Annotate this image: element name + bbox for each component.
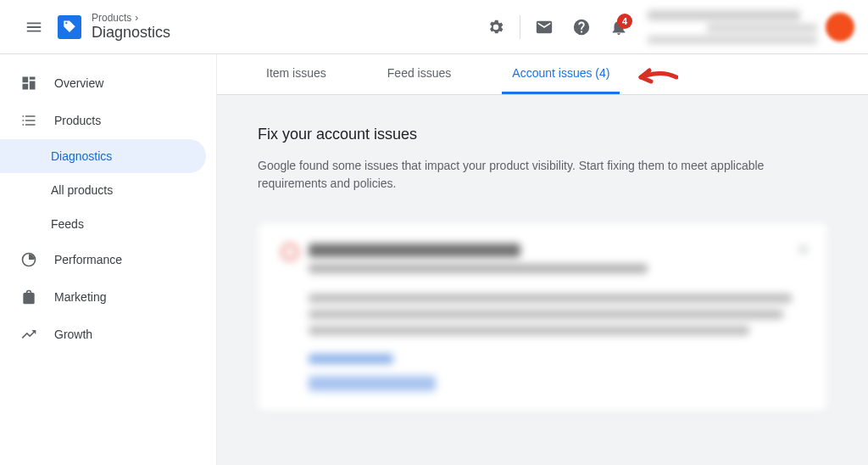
content-area: Fix your account issues Google found som… [217,95,868,465]
sidebar-item-label: Performance [54,253,122,266]
sidebar-item-overview[interactable]: Overview [0,64,216,102]
sidebar-item-label: Overview [54,76,103,90]
dashboard-icon [20,74,37,92]
gear-icon [487,18,505,36]
sidebar-item-all-products[interactable]: All products [0,173,216,207]
sidebar-item-feeds[interactable]: Feeds [0,207,216,241]
breadcrumb-parent-label: Products [92,12,131,24]
merchant-center-logo[interactable] [58,15,81,39]
tab-feed-issues[interactable]: Feed issues [377,54,461,94]
sidebar-item-label: All products [51,183,113,197]
tab-item-issues[interactable]: Item issues [256,54,337,94]
sidebar-item-products[interactable]: Products [0,102,216,139]
sidebar-item-label: Growth [54,328,92,341]
sidebar-item-diagnostics[interactable]: Diagnostics [0,139,206,173]
tag-icon [62,20,77,35]
settings-button[interactable] [477,8,515,46]
mail-icon [535,18,554,36]
sidebar-item-label: Diagnostics [51,149,112,163]
chevron-right-icon: › [135,12,138,24]
mail-button[interactable] [526,8,563,46]
error-icon [281,244,298,261]
notification-badge: 4 [617,14,632,29]
annotation-arrow [636,64,678,93]
avatar[interactable] [826,13,854,42]
sidebar-item-label: Products [54,114,101,127]
sidebar-item-performance[interactable]: Performance [0,241,216,278]
sidebar: Overview Products Diagnostics All produc… [0,54,217,465]
hamburger-icon [25,18,43,36]
content-description: Google found some issues that impact you… [258,157,800,193]
issue-card-redacted: ✕ [258,223,827,412]
tab-account-issues[interactable]: Account issues (4) [502,54,620,94]
help-button[interactable] [563,8,600,46]
close-icon[interactable]: ✕ [798,242,809,258]
divider [520,15,520,39]
breadcrumb-parent[interactable]: Products › [92,12,170,24]
trending-up-icon [20,325,37,344]
sidebar-item-growth[interactable]: Growth [0,316,216,353]
sidebar-item-label: Feeds [51,217,84,231]
tabs: Item issues Feed issues Account issues (… [217,54,868,95]
main-content: Item issues Feed issues Account issues (… [217,54,868,465]
sidebar-item-label: Marketing [54,290,106,304]
bag-icon [20,288,37,306]
list-icon [20,111,37,130]
content-heading: Fix your account issues [258,126,827,143]
progress-icon [20,250,37,269]
sidebar-item-marketing[interactable]: Marketing [0,278,216,316]
notifications-button[interactable]: 4 [600,8,637,46]
breadcrumb: Products › Diagnostics [92,12,170,42]
help-icon [572,18,591,36]
menu-button[interactable] [14,7,54,48]
account-info-redacted [648,10,817,44]
account-switcher[interactable] [648,10,854,44]
app-header: Products › Diagnostics 4 [0,0,868,54]
page-title: Diagnostics [92,24,170,42]
